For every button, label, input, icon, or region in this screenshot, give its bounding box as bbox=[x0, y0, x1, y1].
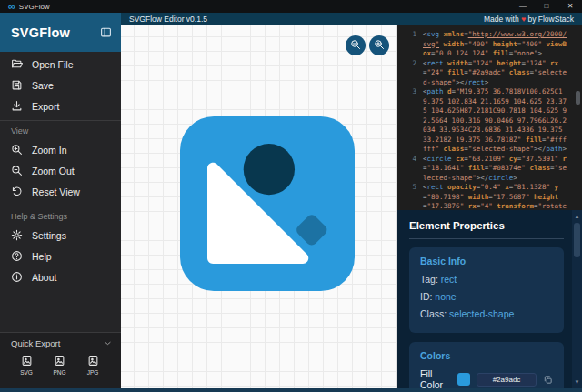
quick-export-header[interactable]: Quick Export bbox=[11, 338, 112, 348]
editor-title: SVGFlow Editor v0.1.5 bbox=[129, 15, 207, 24]
sidebar-item-label: About bbox=[32, 272, 56, 283]
code-line[interactable]: 5<rect opacity="0.4" x="81.1328" y="80.7… bbox=[405, 183, 582, 210]
save-icon bbox=[11, 79, 23, 91]
basic-info-heading: Basic Info bbox=[420, 256, 553, 266]
colors-heading: Colors bbox=[420, 350, 553, 361]
element-properties-panel: Element Properties Basic Info Tag: rect … bbox=[397, 210, 582, 388]
code-line[interactable]: 4<circle cx="63.2109" cy="37.5391" r="18… bbox=[405, 155, 582, 184]
canvas-zoom-out-button[interactable] bbox=[346, 35, 366, 55]
menu-divider bbox=[0, 206, 121, 206]
sidebar-item-zoom-in[interactable]: Zoom In bbox=[0, 139, 121, 160]
minimize-button[interactable]: — bbox=[511, 0, 535, 13]
class-row: Class: selected-shape bbox=[420, 308, 553, 319]
window-controls: — □ ✕ bbox=[511, 0, 582, 13]
fill-color-row: Fill Color #2a9adc bbox=[420, 368, 553, 388]
sidebar-item-label: Save bbox=[32, 80, 54, 91]
id-row: ID: none bbox=[420, 291, 553, 302]
help-icon bbox=[11, 250, 23, 262]
sidebar-item-label: Zoom In bbox=[32, 145, 67, 156]
line-number: 2 bbox=[405, 59, 416, 69]
code-text: <circle cx="63.2109" cy="37.5391" r="18.… bbox=[423, 155, 570, 184]
basic-info-card: Basic Info Tag: rect ID: none Class: sel… bbox=[409, 247, 564, 333]
properties-scrollbar-thumb[interactable] bbox=[574, 223, 580, 257]
id-value: none bbox=[435, 291, 456, 302]
sidebar-item-label: Export bbox=[32, 101, 59, 112]
file-image-icon bbox=[54, 355, 65, 367]
line-number: 5 bbox=[405, 183, 416, 193]
colors-card: Colors Fill Color #2a9adc Stroke Color n… bbox=[409, 342, 564, 388]
maximize-button[interactable]: □ bbox=[535, 0, 558, 13]
quick-export-label: Quick Export bbox=[11, 338, 60, 348]
shape-background-rect[interactable] bbox=[180, 116, 355, 291]
sidebar-item-label: Open File bbox=[32, 59, 74, 70]
reset-icon bbox=[11, 186, 23, 197]
tag-label: Tag: bbox=[420, 274, 438, 285]
gear-icon bbox=[11, 229, 23, 241]
line-number: 1 bbox=[405, 30, 416, 40]
sidebar-title: SVGFlow bbox=[11, 25, 70, 40]
svgflow-window: ∞ SVGFlow — □ ✕ SVGFlow Editor v0.1.5 Ma… bbox=[0, 0, 582, 392]
line-number: 3 bbox=[405, 87, 416, 97]
code-line[interactable]: 2<rect width="124" height="124" rx="24" … bbox=[405, 59, 582, 88]
scroll-down-arrow-icon[interactable]: ▼ bbox=[572, 377, 582, 387]
properties-scrollbar[interactable]: ▲ ▼ bbox=[572, 210, 582, 388]
sidebar-item-label: Help bbox=[32, 251, 52, 262]
id-label: ID: bbox=[420, 291, 432, 302]
sidebar-header: SVGFlow bbox=[0, 13, 121, 52]
sidebar-item-save[interactable]: Save bbox=[0, 75, 121, 95]
download-icon bbox=[11, 100, 23, 112]
fill-color-label: Fill Color bbox=[420, 368, 457, 388]
copy-icon[interactable] bbox=[543, 375, 553, 385]
code-line[interactable]: 3<path d="M19.375 36.7818V100.625C19.375… bbox=[405, 87, 582, 155]
chevron-down-icon bbox=[104, 339, 112, 347]
window-bottom-border bbox=[0, 388, 582, 392]
app-logo-infinity-icon: ∞ bbox=[8, 2, 15, 11]
quick-export-jpg-button[interactable]: JPG bbox=[79, 355, 106, 376]
code-text: <rect opacity="0.4" x="81.1328" y="80.71… bbox=[423, 183, 570, 210]
code-scrollbar-thumb[interactable] bbox=[576, 91, 580, 105]
sidebar-item-export[interactable]: Export bbox=[0, 95, 121, 116]
sidebar-item-label: Zoom Out bbox=[32, 166, 75, 176]
quick-export-buttons: SVGPNGJPG bbox=[11, 348, 112, 376]
sidebar-item-about[interactable]: About bbox=[0, 266, 121, 287]
properties-panel-title: Element Properties bbox=[409, 220, 564, 231]
sidebar-item-help[interactable]: Help bbox=[0, 246, 121, 266]
window-titlebar: ∞ SVGFlow — □ ✕ bbox=[0, 0, 582, 13]
fill-color-swatch[interactable] bbox=[457, 373, 470, 386]
sidebar-item-open-file[interactable]: Open File bbox=[0, 54, 121, 75]
sidebar-item-zoom-out[interactable]: Zoom Out bbox=[0, 160, 121, 181]
line-number: 4 bbox=[405, 155, 416, 165]
close-button[interactable]: ✕ bbox=[558, 0, 582, 13]
zoom-out-icon bbox=[11, 165, 23, 176]
tag-value: rect bbox=[441, 274, 457, 285]
editor-canvas[interactable] bbox=[121, 25, 397, 388]
sidebar-item-settings[interactable]: Settings bbox=[0, 225, 121, 246]
shape-circle[interactable] bbox=[244, 144, 295, 195]
fill-color-value-field[interactable]: #2a9adc bbox=[477, 373, 537, 387]
credit-suffix: by FlowStack bbox=[527, 15, 574, 24]
zoom-in-icon bbox=[11, 144, 23, 156]
sidebar-item-reset-view[interactable]: Reset View bbox=[0, 181, 121, 202]
heart-icon: ♥ bbox=[521, 15, 526, 24]
class-label: Class: bbox=[420, 308, 447, 319]
divider bbox=[409, 238, 564, 239]
sidebar: SVGFlow Open FileSaveExportViewZoom InZo… bbox=[0, 13, 121, 388]
info-icon bbox=[11, 271, 23, 283]
folder-open-icon bbox=[11, 58, 23, 70]
credit-prefix: Made with bbox=[484, 15, 519, 24]
file-image-icon bbox=[87, 355, 99, 367]
zoom-in-icon bbox=[374, 37, 385, 54]
canvas-zoom-in-button[interactable] bbox=[369, 35, 389, 55]
code-text: <svg xmlns="http://www.w3.org/2000/svg" … bbox=[423, 30, 570, 59]
quick-export-format-label: SVG bbox=[20, 369, 33, 376]
collapse-sidebar-icon[interactable] bbox=[100, 26, 112, 38]
scroll-up-arrow-icon[interactable]: ▲ bbox=[572, 212, 582, 221]
svg-code-editor[interactable]: 1<svg xmlns="http://www.w3.org/2000/svg"… bbox=[397, 25, 582, 210]
code-line[interactable]: 1<svg xmlns="http://www.w3.org/2000/svg"… bbox=[405, 30, 582, 59]
svg-artwork[interactable] bbox=[180, 116, 355, 291]
section-label-view: View bbox=[0, 125, 121, 139]
quick-export-section: Quick Export SVGPNGJPG bbox=[0, 332, 121, 388]
quick-export-svg-button[interactable]: SVG bbox=[13, 355, 40, 376]
file-image-icon bbox=[21, 355, 33, 367]
quick-export-png-button[interactable]: PNG bbox=[46, 355, 74, 376]
